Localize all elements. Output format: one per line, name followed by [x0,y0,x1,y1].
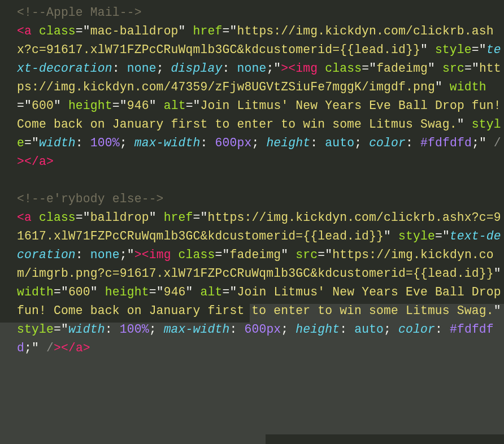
code-block: <!--Apple Mail--> <a class="mac-balldrop… [0,3,504,358]
code-comment: <!--e'rybody else--> [17,192,164,206]
code-comment: <!--Apple Mail--> [17,6,142,19]
selection-highlight [0,434,266,444]
